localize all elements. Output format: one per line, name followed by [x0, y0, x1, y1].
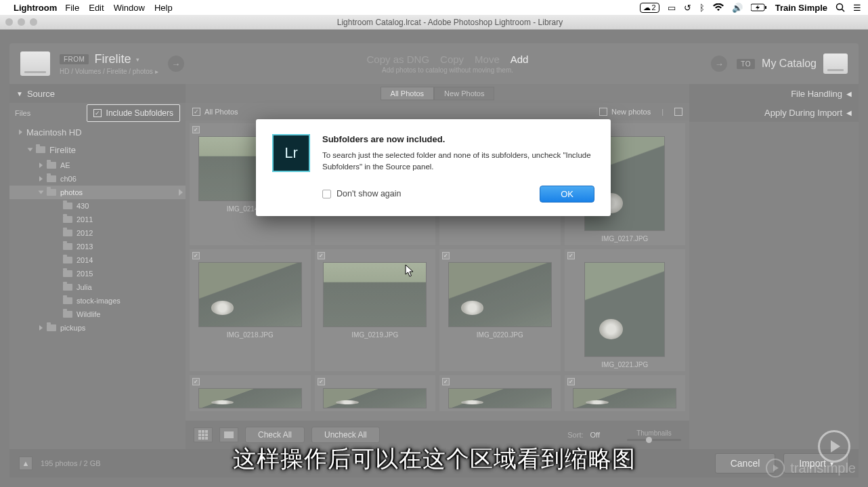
seg-new-photos[interactable]: New Photos [434, 87, 494, 100]
thumbnail-image [448, 262, 552, 327]
tree-item[interactable]: pickups [9, 321, 186, 335]
tree-item[interactable]: 430 [9, 199, 186, 213]
thumbnail-checkbox[interactable]: ✓ [567, 252, 575, 259]
tree-item[interactable]: 2014 [9, 253, 186, 267]
app-name[interactable]: Lightroom [14, 3, 57, 13]
volume-icon[interactable]: 🔊 [732, 3, 743, 13]
thumbnail-checkbox[interactable]: ✓ [318, 252, 325, 259]
thumbnail-cell[interactable]: ✓IMG_0221.JPG [565, 249, 686, 371]
disclosure-triangle-icon[interactable] [39, 163, 43, 168]
battery-icon[interactable] [751, 3, 767, 12]
action-move[interactable]: Move [475, 54, 500, 65]
tree-item-label: 2011 [77, 215, 93, 224]
destination-name[interactable]: My Catalog [762, 58, 817, 70]
thumbnail-checkbox[interactable]: ✓ [442, 252, 450, 259]
notification-center-icon[interactable]: ☰ [853, 3, 861, 13]
thumbnail-checkbox[interactable]: ✓ [442, 378, 450, 385]
wifi-icon[interactable] [713, 3, 724, 12]
menu-help[interactable]: Help [154, 3, 173, 13]
thumbnail-filename: IMG_0218.JPG [227, 331, 274, 339]
tree-item-label: 2012 [77, 229, 93, 237]
menu-file[interactable]: File [65, 3, 79, 13]
menu-window[interactable]: Window [114, 3, 145, 13]
dont-show-again-checkbox[interactable]: Don't show again [322, 189, 402, 198]
thumbnail-cell[interactable]: ✓IMG_0219.JPG [315, 249, 436, 371]
import-top-row: FROM Firelite ▾ HD / Volumes / Firelite … [9, 43, 859, 84]
thumbnail-checkbox[interactable]: ✓ [192, 378, 200, 385]
include-subfolders-checkbox[interactable]: ✓ Include Subfolders [87, 104, 180, 122]
dialog-body: To search just the selected folder and n… [322, 150, 594, 173]
tree-item[interactable]: ch06 [9, 172, 186, 186]
disclosure-triangle-icon[interactable] [19, 129, 22, 135]
check-all-button[interactable]: Check All [245, 427, 305, 443]
spotlight-icon[interactable] [836, 3, 845, 12]
uncheck-all-button[interactable]: Uncheck All [311, 427, 380, 443]
action-add[interactable]: Add [511, 54, 529, 65]
arrow-right-icon[interactable]: → [711, 56, 727, 72]
source-panel-header[interactable]: ▼Source [9, 84, 186, 103]
filter-new-checkbox[interactable] [599, 108, 607, 116]
tree-item-label: Wildlife [77, 310, 100, 318]
tree-item-label: Julia [77, 283, 92, 291]
creative-cloud-icon[interactable]: ☁ 2 [640, 3, 659, 13]
thumbnail-image [573, 388, 676, 408]
tree-item[interactable]: Macintosh HD [9, 123, 186, 141]
disclosure-triangle-icon[interactable] [39, 191, 44, 194]
timemachine-icon[interactable]: ↺ [684, 3, 691, 13]
folder-icon [63, 284, 72, 291]
thumbnail-cell[interactable]: ✓IMG_0220.JPG [439, 249, 561, 371]
thumbnail-image [323, 388, 427, 408]
thumbnail-cell[interactable]: ✓ [565, 375, 686, 411]
segment-row: All Photos New Photos [186, 84, 689, 103]
tree-item[interactable]: photos [9, 186, 186, 199]
bluetooth-icon[interactable]: ᛒ [699, 3, 705, 13]
source-name[interactable]: Firelite [94, 52, 131, 66]
user-name[interactable]: Train Simple [775, 3, 827, 13]
apply-during-import-header[interactable]: Apply During Import◀ [689, 103, 859, 122]
right-panel: File Handling◀ Apply During Import◀ [689, 84, 859, 449]
sort-label: Sort: [567, 431, 583, 439]
tree-item[interactable]: Julia [9, 280, 186, 294]
sort-value[interactable]: Off [590, 431, 600, 439]
mouse-cursor-icon [405, 264, 414, 278]
file-handling-header[interactable]: File Handling◀ [689, 84, 859, 103]
svg-rect-1 [765, 6, 766, 9]
action-copy[interactable]: Copy [440, 54, 464, 65]
traffic-lights[interactable] [5, 18, 37, 26]
tree-item[interactable]: stock-images [9, 294, 186, 308]
ok-button[interactable]: OK [540, 186, 594, 203]
source-panel: ▼Source Files ✓ Include Subfolders Macin… [9, 84, 186, 449]
action-copy-dng[interactable]: Copy as DNG [367, 54, 430, 65]
folder-icon [63, 203, 72, 209]
tree-item[interactable]: AE [9, 158, 186, 172]
menu-edit[interactable]: Edit [89, 3, 104, 13]
loupe-view-button[interactable] [219, 427, 238, 442]
thumbnail-size-slider[interactable] [627, 439, 681, 441]
folder-icon [36, 146, 45, 153]
tree-item[interactable]: Wildlife [9, 308, 186, 321]
airplay-icon[interactable]: ▭ [668, 3, 676, 13]
thumbnail-cell[interactable]: ✓ [315, 375, 436, 411]
thumbnail-cell[interactable]: ✓ [190, 375, 311, 411]
thumbnail-checkbox[interactable]: ✓ [567, 378, 575, 385]
tree-item[interactable]: 2013 [9, 240, 186, 253]
tree-item[interactable]: 2015 [9, 267, 186, 280]
chevron-down-icon[interactable]: ▾ [136, 56, 139, 63]
tree-item[interactable]: Firelite [9, 141, 186, 158]
thumbnail-cell[interactable]: ✓ [439, 375, 561, 411]
disclosure-triangle-icon[interactable] [28, 148, 33, 152]
thumbnail-checkbox[interactable]: ✓ [318, 378, 325, 385]
thumbnail-cell[interactable]: ✓IMG_0218.JPG [190, 249, 311, 371]
filter-all-checkbox[interactable] [192, 108, 200, 116]
thumbnail-checkbox[interactable]: ✓ [192, 126, 200, 133]
seg-all-photos[interactable]: All Photos [381, 87, 435, 100]
tree-item[interactable]: 2011 [9, 213, 186, 226]
disclosure-triangle-icon[interactable] [39, 176, 43, 182]
file-handling-title: File Handling [791, 89, 842, 99]
tree-item[interactable]: 2012 [9, 226, 186, 240]
disclosure-triangle-icon[interactable] [39, 325, 43, 331]
filter-dest-checkbox[interactable] [674, 108, 682, 116]
arrow-right-icon[interactable]: → [168, 56, 184, 72]
grid-view-button[interactable] [194, 427, 213, 442]
thumbnail-checkbox[interactable]: ✓ [192, 252, 200, 259]
